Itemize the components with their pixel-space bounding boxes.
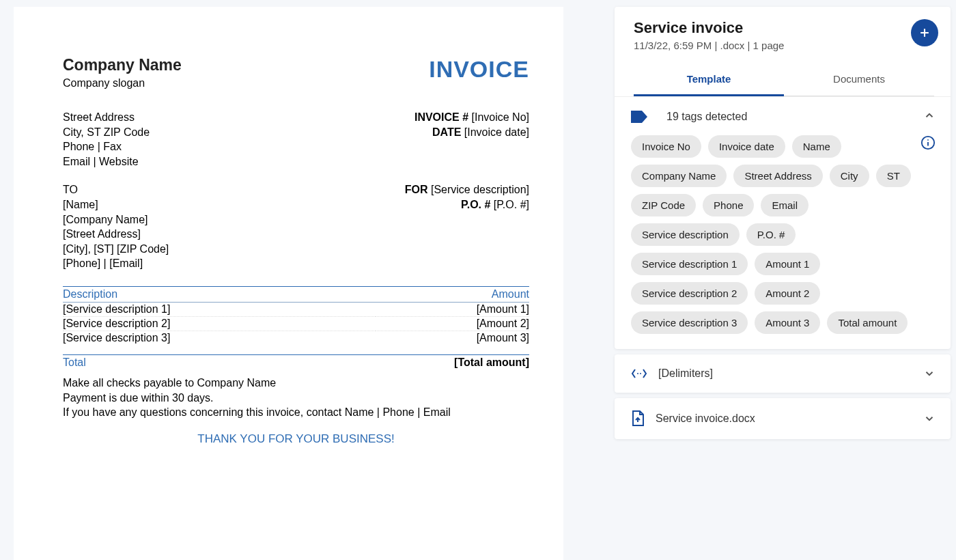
for-value: [Service description] bbox=[431, 184, 529, 195]
chevron-down-icon bbox=[923, 367, 936, 380]
tag-chip[interactable]: Amount 1 bbox=[755, 253, 820, 275]
tags-section: 19 tags detected Invoice NoInvoice dateN… bbox=[615, 96, 951, 349]
invoice-date-value: [Invoice date] bbox=[464, 126, 529, 138]
tag-chip[interactable]: Amount 3 bbox=[755, 311, 820, 334]
phone-fax: Phone | Fax bbox=[63, 139, 150, 154]
tag-chip[interactable]: Email bbox=[761, 194, 809, 216]
panel-meta: 11/3/22, 6:59 PM | .docx | 1 page bbox=[634, 40, 934, 51]
for-label: FOR bbox=[405, 184, 431, 195]
tag-icon bbox=[631, 111, 647, 123]
tab-template[interactable]: Template bbox=[634, 64, 784, 96]
city-line: City, ST ZIP Code bbox=[63, 125, 150, 140]
line-desc: [Service description 2] bbox=[63, 316, 376, 331]
tag-chip[interactable]: Service description 1 bbox=[631, 253, 748, 275]
street-address: Street Address bbox=[63, 110, 150, 125]
po-label: P.O. # bbox=[461, 199, 494, 210]
tags-info-button[interactable] bbox=[920, 135, 936, 153]
email-website: Email | Website bbox=[63, 154, 150, 169]
to-name: [Name] bbox=[63, 197, 169, 212]
tag-chip[interactable]: Service description 3 bbox=[631, 311, 748, 334]
table-row: [Service description 1][Amount 1] bbox=[63, 302, 529, 316]
company-name: Company Name bbox=[63, 56, 182, 74]
to-city: [City], [ST] [ZIP Code] bbox=[63, 242, 169, 257]
tag-chip[interactable]: Phone bbox=[703, 194, 754, 216]
tag-chip[interactable]: Service description 2 bbox=[631, 282, 748, 305]
svg-point-4 bbox=[927, 139, 929, 141]
company-slogan: Company slogan bbox=[63, 77, 182, 89]
panel-title: Service invoice bbox=[634, 19, 934, 37]
plus-icon bbox=[918, 26, 931, 40]
file-label: Service invoice.docx bbox=[656, 412, 923, 425]
tab-documents[interactable]: Documents bbox=[784, 64, 934, 96]
document-preview-pane: Company Name Company slogan INVOICE Stre… bbox=[0, 0, 615, 560]
table-row: [Service description 2][Amount 2] bbox=[63, 316, 529, 331]
side-panel: Service invoice 11/3/22, 6:59 PM | .docx… bbox=[615, 7, 951, 560]
tags-detected-label: 19 tags detected bbox=[666, 111, 923, 123]
pay-line-1: Make all checks payable to Company Name bbox=[63, 376, 529, 391]
tag-chip[interactable]: Amount 2 bbox=[755, 282, 820, 305]
tag-chip[interactable]: P.O. # bbox=[746, 223, 796, 246]
to-contact: [Phone] | [Email] bbox=[63, 256, 169, 271]
tag-chip[interactable]: Invoice No bbox=[631, 135, 701, 158]
invoice-date-label: DATE bbox=[432, 126, 464, 138]
chevron-up-icon bbox=[923, 109, 936, 122]
line-amount: [Amount 2] bbox=[376, 316, 529, 331]
info-icon bbox=[920, 135, 936, 150]
total-value: [Total amount] bbox=[454, 356, 529, 369]
desc-header: Description bbox=[63, 286, 376, 302]
table-row: [Service description 3][Amount 3] bbox=[63, 331, 529, 345]
chevron-down-icon bbox=[923, 412, 936, 425]
svg-point-6 bbox=[640, 373, 641, 374]
invoice-no-value: [Invoice No] bbox=[472, 111, 529, 123]
invoice-document: Company Name Company slogan INVOICE Stre… bbox=[14, 7, 563, 560]
delimiters-label: [Delimiters] bbox=[658, 367, 923, 380]
tag-chip[interactable]: Service description bbox=[631, 223, 740, 246]
pay-line-3: If you have any questions concerning thi… bbox=[63, 405, 529, 420]
to-company: [Company Name] bbox=[63, 212, 169, 227]
file-upload-icon bbox=[631, 410, 645, 427]
tag-chip[interactable]: Company Name bbox=[631, 165, 727, 187]
tag-chip[interactable]: Total amount bbox=[827, 311, 908, 334]
add-button[interactable] bbox=[911, 19, 938, 46]
tag-chip[interactable]: City bbox=[830, 165, 869, 187]
file-section[interactable]: Service invoice.docx bbox=[615, 398, 951, 439]
line-items-table: Description Amount [Service description … bbox=[63, 286, 529, 345]
tag-chip[interactable]: Name bbox=[792, 135, 841, 158]
tag-chip[interactable]: Invoice date bbox=[708, 135, 785, 158]
thank-you: THANK YOU FOR YOUR BUSINESS! bbox=[63, 432, 529, 446]
line-desc: [Service description 3] bbox=[63, 331, 376, 345]
delimiters-icon bbox=[631, 367, 647, 380]
to-label: TO bbox=[63, 182, 169, 197]
delimiters-section[interactable]: [Delimiters] bbox=[615, 354, 951, 393]
line-amount: [Amount 1] bbox=[376, 302, 529, 316]
tag-chip[interactable]: ST bbox=[876, 165, 911, 187]
total-label: Total bbox=[63, 356, 86, 369]
amount-header: Amount bbox=[376, 286, 529, 302]
line-desc: [Service description 1] bbox=[63, 302, 376, 316]
svg-point-5 bbox=[637, 373, 638, 374]
line-amount: [Amount 3] bbox=[376, 331, 529, 345]
invoice-title: INVOICE bbox=[429, 56, 529, 83]
pay-line-2: Payment is due within 30 days. bbox=[63, 391, 529, 406]
tag-chip[interactable]: ZIP Code bbox=[631, 194, 696, 216]
tag-chip[interactable]: Street Address bbox=[733, 165, 822, 187]
to-street: [Street Address] bbox=[63, 227, 169, 242]
collapse-tags-button[interactable] bbox=[923, 109, 936, 124]
invoice-no-label: INVOICE # bbox=[414, 111, 472, 123]
po-value: [P.O. #] bbox=[494, 199, 529, 210]
